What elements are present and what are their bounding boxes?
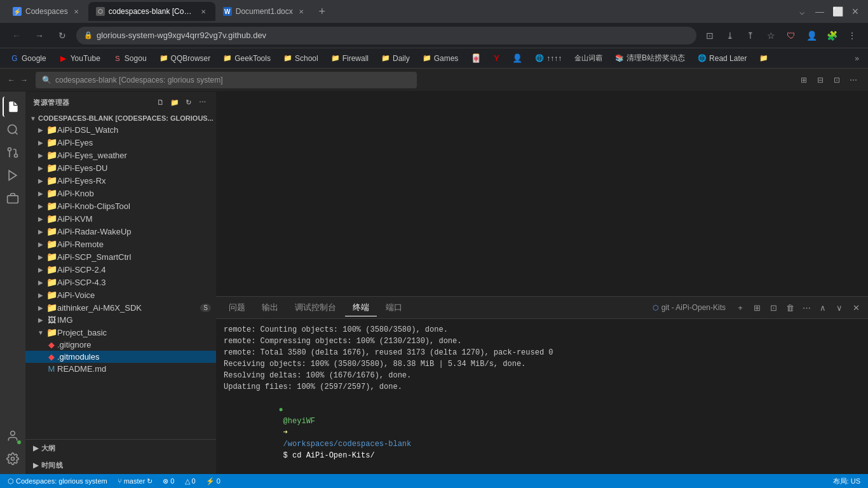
tree-item-scp24[interactable]: ▶ 📁 AiPi-SCP-2.4 — [25, 263, 216, 276]
terminal-trash-btn[interactable]: 🗑 — [783, 301, 797, 315]
terminal-split-btn[interactable]: ⊞ — [750, 301, 764, 315]
profile-icon[interactable]: 👤 — [803, 27, 820, 44]
bookmark-clean[interactable]: 🌐 Read Later — [693, 51, 752, 65]
extension-icon[interactable]: 🛡 — [783, 27, 799, 44]
activity-settings[interactable] — [3, 449, 23, 469]
command-search[interactable]: 🔍 codespaces-blank [Codespaces: glorious… — [36, 72, 417, 88]
tree-item-voice[interactable]: ▶ 📁 AiPi-Voice — [25, 288, 216, 301]
refresh-icon[interactable]: ↻ — [183, 97, 194, 108]
new-tab-button[interactable]: + — [313, 3, 331, 20]
branch-status[interactable]: ⑂ master ↻ — [115, 477, 156, 485]
bookmark-daily[interactable]: 📁 Daily — [376, 51, 415, 65]
tree-item-readme[interactable]: ▶ M README.md — [25, 363, 216, 375]
bookmark-user[interactable]: 👤 — [507, 51, 527, 65]
tree-item-scp43[interactable]: ▶ 📁 AiPi-SCP-4.3 — [25, 276, 216, 288]
tree-item-radar[interactable]: ▶ 📁 AiPi-Radar-WakeUp — [25, 225, 216, 238]
tab-codespaces[interactable]: ⚡ Codespaces ✕ — [5, 2, 88, 21]
tree-item-eyes-weather[interactable]: ▶ 📁 AiPi-Eyes_weather — [25, 149, 216, 161]
tab-debug-console[interactable]: 调试控制台 — [287, 299, 344, 316]
activity-extensions[interactable] — [3, 188, 23, 208]
tree-item-gitmodules[interactable]: ▶ ◆ .gitmodules — [25, 351, 216, 363]
reload-button[interactable]: ↻ — [53, 27, 71, 44]
bookmark-youtube[interactable]: ▶ YouTube — [54, 51, 105, 65]
forward-button[interactable]: → — [31, 27, 48, 44]
bookmark-geektools[interactable]: 📁 GeekTools — [218, 51, 276, 65]
activity-source-control[interactable] — [3, 142, 23, 163]
errors-status[interactable]: ⊗ 0 — [160, 477, 177, 485]
tree-item-eyes-du[interactable]: ▶ 📁 AiPi-Eyes-DU — [25, 161, 216, 174]
tree-item-dsl[interactable]: ▶ 📁 AiPi-DSL_Watch — [25, 123, 216, 136]
tree-item-eyes-rx[interactable]: ▶ 📁 AiPi-Eyes-Rx — [25, 174, 216, 187]
warnings-status[interactable]: △ 0 — [182, 477, 198, 485]
collapse-icon[interactable]: ⋯ — [197, 97, 208, 108]
activity-search[interactable] — [3, 119, 23, 140]
tree-item-img[interactable]: ▶ 🖼 IMG — [25, 314, 216, 326]
remote-status[interactable]: ⬡ Codespaces: glorious system — [5, 477, 110, 485]
tree-item-eyes[interactable]: ▶ 📁 AiPi-Eyes — [25, 136, 216, 149]
bookmark-more[interactable]: » — [851, 51, 863, 65]
split-editor-icon[interactable]: ⊞ — [797, 73, 811, 87]
tree-item-remote[interactable]: ▶ 📁 AiPi-Remote — [25, 238, 216, 250]
tab-ports[interactable]: 端口 — [378, 299, 410, 316]
new-folder-icon[interactable]: 📁 — [169, 97, 180, 108]
activity-run[interactable] — [3, 165, 23, 186]
bookmark-school[interactable]: 📁 School — [278, 51, 323, 65]
tree-item-aithinker[interactable]: ▶ 📁 aithinker_Ai-M6X_SDK S — [25, 301, 216, 314]
nav-right-btn[interactable]: → — [20, 76, 28, 85]
close-window-button[interactable]: ✕ — [848, 4, 863, 19]
terminal-layout-btn[interactable]: ⊡ — [766, 301, 780, 315]
nav-left-btn[interactable]: ← — [8, 76, 15, 85]
terminal-output[interactable]: remote: Counting objects: 100% (3580/358… — [216, 319, 868, 474]
maximize-button[interactable]: ⬜ — [830, 4, 845, 19]
bookmark-star-icon[interactable]: ☆ — [763, 27, 779, 44]
minimize-button[interactable]: — — [812, 4, 827, 19]
share-icon[interactable]: ⤒ — [742, 27, 759, 44]
tree-item-scp-smart[interactable]: ▶ 📁 AiPi-SCP_SmartCtrl — [25, 250, 216, 263]
activity-account[interactable] — [3, 426, 23, 446]
tab-close-2[interactable]: ✕ — [199, 7, 208, 16]
bookmark-arrows[interactable]: 金山词霸 — [569, 51, 607, 65]
activity-files[interactable] — [3, 97, 23, 117]
extensions-puzzle-icon[interactable]: 🧩 — [824, 27, 840, 44]
tree-item-knob[interactable]: ▶ 📁 AiPi-Knob — [25, 187, 216, 200]
bookmark-games[interactable]: 📁 Games — [417, 51, 464, 65]
root-folder[interactable]: ▼ CODESPACES-BLANK [CODESPACES: GLORIOUS… — [25, 113, 216, 123]
toggle-panel-icon[interactable]: ⊟ — [813, 73, 827, 87]
port-status[interactable]: ⚡ 0 — [203, 477, 223, 485]
tab-output[interactable]: 输出 — [254, 299, 286, 316]
bookmark-wps[interactable]: 📚 清理B站捞奖动态 — [610, 50, 690, 66]
terminal-close-btn[interactable]: ✕ — [849, 301, 863, 315]
layout-status[interactable]: 布局: US — [831, 477, 863, 486]
tab-terminal[interactable]: 终端 — [345, 299, 377, 316]
bookmark-y[interactable]: Y — [489, 51, 505, 65]
tree-item-kvm[interactable]: ▶ 📁 AiPi-KVM — [25, 212, 216, 225]
chrome-menu-icon[interactable]: ⋮ — [844, 27, 860, 44]
bookmark-ip[interactable]: 🌐 ↑↑↑↑ — [530, 51, 567, 65]
download-icon[interactable]: ⤓ — [722, 27, 738, 44]
tree-item-knob-clips[interactable]: ▶ 📁 AiPi-Knob-ClipsTool — [25, 200, 216, 212]
bookmark-read[interactable]: 📁 — [754, 51, 776, 65]
back-button[interactable]: ← — [8, 27, 25, 44]
tab-close-3[interactable]: ✕ — [297, 7, 306, 16]
tab-problems[interactable]: 问题 — [221, 299, 253, 316]
bookmark-mahjong[interactable]: 🀄 — [466, 51, 486, 65]
bookmark-qqbrowser[interactable]: 📁 QQBrowser — [154, 51, 216, 65]
tab-document[interactable]: W Document1.docx ✕ — [215, 2, 313, 21]
terminal-more-btn[interactable]: ⋯ — [799, 301, 813, 315]
tree-item-project[interactable]: ▼ 📁 Project_basic — [25, 326, 216, 339]
toggle-sidebar-icon[interactable]: ⊡ — [830, 73, 844, 87]
tree-item-gitignore[interactable]: ▶ ◆ .gitignore — [25, 339, 216, 351]
terminal-add-btn[interactable]: + — [733, 301, 747, 315]
screen-cast-icon[interactable]: ⊡ — [702, 27, 718, 44]
terminal-down-btn[interactable]: ∨ — [832, 301, 846, 315]
bookmark-firewall[interactable]: 📁 Firewall — [326, 51, 374, 65]
outline-header[interactable]: ▶ 大纲 — [25, 440, 216, 457]
bookmark-google[interactable]: G Google — [5, 51, 51, 65]
more-actions-icon[interactable]: ⋯ — [846, 73, 860, 87]
new-file-icon[interactable]: 🗋 — [155, 97, 166, 108]
tab-codespaces-blank[interactable]: ⬡ codespaces-blank [Codespaces... ✕ — [88, 2, 215, 21]
url-bar[interactable]: 🔒 codespaces-blank [Codespaces: glorious… — [76, 27, 696, 44]
timeline-header[interactable]: ▶ 时间线 — [25, 457, 216, 474]
tab-list-button[interactable]: ⌵ — [794, 4, 810, 19]
terminal-up-btn[interactable]: ∧ — [816, 301, 830, 315]
